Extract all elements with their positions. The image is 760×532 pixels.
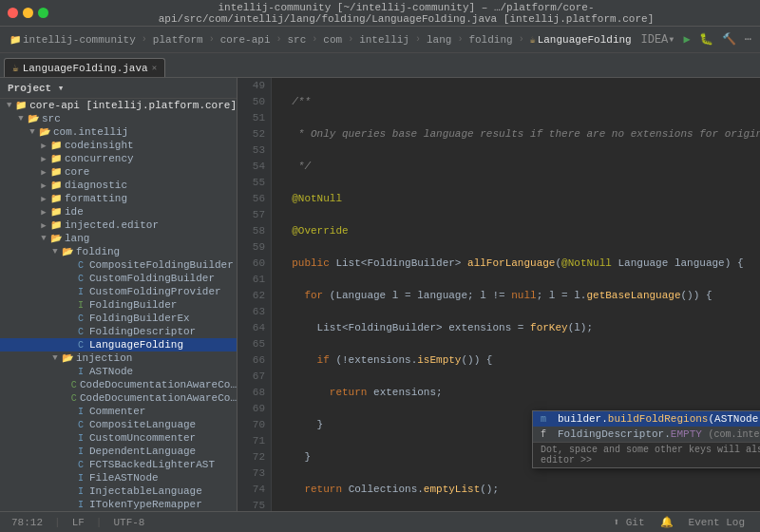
build-button[interactable]: 🔨 — [719, 31, 739, 48]
minimize-button[interactable] — [23, 8, 33, 18]
nav-core-api-label: core-api — [220, 34, 271, 46]
nav-platform[interactable]: platform — [149, 32, 207, 48]
window-title: intellij-community [~/intellij-community… — [60, 2, 752, 25]
tree-item-label: ITokenTypeRemapper — [89, 499, 202, 510]
tree-astnode[interactable]: I ASTNode — [0, 365, 237, 378]
nav-lang[interactable]: lang — [423, 32, 455, 48]
nav-intellij[interactable]: intellij — [355, 32, 413, 48]
sidebar-project-label: Project ▾ — [8, 83, 64, 94]
tree-codedoc1[interactable]: C CodeDocumentationAwareCo… — [0, 378, 237, 391]
nav-core-api[interactable]: core-api — [217, 32, 275, 48]
tree-item-label: DependentLanguage — [89, 446, 196, 457]
autocomplete-popup: m builder.buildFoldRegions(ASTNode node,… — [532, 410, 760, 468]
class-icon: C — [74, 260, 87, 271]
class-icon: C — [74, 340, 87, 351]
nav-project[interactable]: 📁 intellij-community — [6, 32, 140, 48]
tree-foldingdescriptor[interactable]: C FoldingDescriptor — [0, 325, 237, 338]
tree-com-intellij[interactable]: ▼ 📂 com.intellij — [0, 125, 237, 139]
expand-icon: ▶ — [38, 207, 49, 218]
tree-injectablelanguage[interactable]: I InjectableLanguage — [0, 484, 237, 498]
tree-core[interactable]: ▶ 📁 core — [0, 165, 237, 179]
nav-src[interactable]: src — [284, 32, 311, 48]
interface-icon: I — [74, 446, 87, 457]
tree-root-label: core-api [intellij.platform.core] — [29, 100, 237, 111]
debug-button[interactable]: 🐛 — [696, 31, 716, 48]
tree-customfoldingbuilder[interactable]: C CustomFoldingBuilder — [0, 272, 237, 285]
vcs-status[interactable]: ⬆ Git — [610, 516, 649, 528]
code-line-56: List<FoldingBuilder> extensions = forKey… — [279, 320, 760, 336]
class-icon: C — [74, 420, 87, 430]
status-lf[interactable]: LF — [68, 517, 88, 528]
tree-ide-label: ide — [65, 206, 84, 218]
line-numbers: 49505152 53545556 57585960 61626364 6566… — [238, 78, 272, 511]
nav-folding[interactable]: folding — [465, 32, 516, 48]
status-position[interactable]: 78:12 — [8, 517, 47, 528]
code-line-53: @Override — [279, 223, 760, 239]
code-line-52: @NotNull — [279, 191, 760, 207]
nav-platform-label: platform — [153, 34, 203, 46]
tree-src[interactable]: ▼ 📂 src — [0, 112, 237, 125]
folder-icon: 📁 — [49, 206, 63, 218]
tree-fileastnode[interactable]: I FileASTNode — [0, 471, 237, 484]
tree-item-label: ASTNode — [89, 366, 133, 377]
folder-icon: 📂 — [61, 246, 74, 257]
tree-concurrency[interactable]: ▶ 📁 concurrency — [0, 152, 237, 165]
tree-customfoldingprovider[interactable]: I CustomFoldingProvider — [0, 285, 237, 298]
tree-languagefolding[interactable]: C LanguageFolding — [0, 338, 237, 352]
tree-injection[interactable]: ▼ 📂 injection — [0, 352, 237, 365]
tree-diagnostic[interactable]: ▶ 📁 diagnostic — [0, 179, 237, 192]
tree-itokentyperemapper[interactable]: I ITokenTypeRemapper — [0, 498, 237, 511]
tree-lang[interactable]: ▼ 📂 lang — [0, 232, 237, 245]
nav-bar: 📁 intellij-community › platform › core-a… — [0, 27, 760, 53]
tree-root[interactable]: ▼ 📁 core-api [intellij.platform.core] — [0, 99, 237, 112]
run-button[interactable]: ▶ — [681, 31, 694, 48]
tree-foldingbuilderex[interactable]: C FoldingBuilderEx — [0, 312, 237, 325]
nav-com[interactable]: com — [319, 32, 346, 48]
tab-label: LanguageFolding.java — [23, 63, 148, 74]
tree-compositefoldingbuilder[interactable]: C CompositeFoldingBuilder — [0, 258, 237, 272]
event-log[interactable]: Event Log — [685, 517, 749, 528]
tree-src-label: src — [42, 113, 61, 124]
tree-item-label: Commenter — [89, 406, 145, 417]
tree-dependentlanguage[interactable]: I DependentLanguage — [0, 445, 237, 458]
tree-customuncommenter[interactable]: I CustomUncommenter — [0, 431, 237, 445]
folder-icon: 📁 — [10, 34, 21, 46]
tab-bar: ☕ LanguageFolding.java ✕ — [0, 53, 760, 78]
class-icon: C — [74, 274, 87, 284]
code-line-55: for (Language l = language; l != null; l… — [279, 288, 760, 304]
code-editor[interactable]: 49505152 53545556 57585960 61626364 6566… — [238, 78, 760, 511]
tree-item-label: FoldingBuilder — [89, 299, 177, 311]
tree-commenter[interactable]: I Commenter — [0, 405, 237, 418]
sidebar-header[interactable]: Project ▾ — [0, 78, 237, 99]
traffic-lights — [8, 8, 48, 18]
status-position-label: 78:12 — [11, 517, 43, 528]
tree-injected-editor[interactable]: ▶ 📁 injected.editor — [0, 218, 237, 232]
close-button[interactable] — [8, 8, 18, 18]
tree-codeinsight[interactable]: ▶ 📁 codeinsight — [0, 139, 237, 152]
expand-icon: ▼ — [49, 247, 61, 256]
more-button[interactable]: ⋯ — [742, 31, 754, 48]
idea-button[interactable]: IDEA▾ — [638, 31, 678, 48]
code-line-51: */ — [279, 159, 760, 175]
tree-codeinsight-label: codeinsight — [65, 140, 134, 151]
autocomplete-item-1[interactable]: f FoldingDescriptor.EMPTY (com.intellij.… — [533, 427, 760, 442]
notification-status[interactable]: 🔔 — [656, 516, 677, 528]
tree-fctsbackedlighterast[interactable]: C FCTSBackedLighterAST — [0, 458, 237, 471]
tab-languagefolding[interactable]: ☕ LanguageFolding.java ✕ — [4, 58, 165, 77]
ac-item-label: builder.buildFoldRegions(ASTNode node, D… — [558, 413, 760, 425]
tab-file-icon: ☕ — [12, 62, 19, 74]
class-icon: C — [69, 393, 78, 404]
tree-compositelanguage[interactable]: C CompositeLanguage — [0, 418, 237, 431]
tree-codedoc2[interactable]: C CodeDocumentationAwareCo… — [0, 391, 237, 405]
autocomplete-item-0[interactable]: m builder.buildFoldRegions(ASTNode node,… — [533, 411, 760, 427]
tree-ide[interactable]: ▶ 📁 ide — [0, 205, 237, 218]
maximize-button[interactable] — [38, 8, 48, 18]
tab-close-button[interactable]: ✕ — [152, 63, 157, 73]
nav-languagefolding[interactable]: ☕ LanguageFolding — [526, 32, 636, 48]
expand-icon: ▶ — [38, 167, 49, 178]
tree-concurrency-label: concurrency — [65, 153, 134, 164]
status-encoding[interactable]: UTF-8 — [109, 517, 148, 528]
tree-formatting[interactable]: ▶ 📁 formatting — [0, 192, 237, 205]
tree-folding[interactable]: ▼ 📂 folding — [0, 245, 237, 258]
tree-foldingbuilder[interactable]: I FoldingBuilder — [0, 298, 237, 312]
